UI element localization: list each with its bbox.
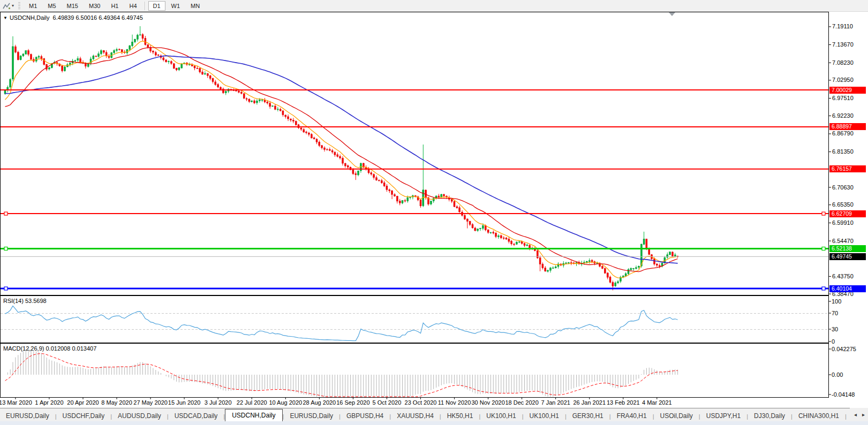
rsi-axis-tick: 30	[832, 326, 838, 332]
price-level-label-7.00029[interactable]: 7.00029	[829, 87, 866, 94]
price-axis-tick: 6.86790	[832, 130, 854, 136]
date-axis-label: 16 Sep 2020	[336, 399, 369, 406]
chart-title: ▼USDCNH,Daily 6.49839 6.50016 6.49364 6.…	[3, 14, 143, 21]
date-axis-label: 18 Dec 2020	[505, 399, 538, 406]
price-axis-tick: 6.54470	[832, 238, 854, 244]
timeframe-button-H1[interactable]: H1	[106, 1, 123, 11]
chart-shift-marker[interactable]	[669, 12, 675, 16]
chart-tab-hk50-h1[interactable]: HK50,H1	[441, 411, 479, 422]
price-axis-tick: 7.08230	[832, 59, 854, 66]
tab-scroll-right-icon[interactable]: ▸	[862, 412, 865, 418]
toolbar-separator	[145, 2, 146, 10]
price-axis-tick: 7.13670	[832, 41, 854, 48]
date-axis-label: 8 May 2020	[101, 399, 132, 406]
date-axis-label: 27 May 2020	[133, 399, 168, 406]
chart-tab-fra40-h1[interactable]: FRA40,H1	[611, 411, 653, 422]
rsi-axis-tick: 100	[832, 298, 841, 305]
date-axis-label: 15 Jun 2020	[168, 399, 201, 406]
price-axis-tick: 7.19110	[832, 23, 853, 29]
chart-tab-dj30-daily[interactable]: DJ30,Daily	[748, 411, 791, 422]
timeframe-button-H4[interactable]: H4	[124, 1, 141, 11]
chart-tab-eurusd-daily[interactable]: EURUSD,Daily	[0, 411, 55, 422]
macd-axis-tick: -0.04148	[832, 391, 855, 398]
chart-tab-uk100-h1[interactable]: UK100,H1	[480, 411, 522, 422]
toolbar-dropdown-arrow-icon[interactable]: ▾	[12, 3, 14, 8]
date-axis-label: 26 Jan 2021	[573, 399, 606, 406]
date-axis-label: 13 Mar 2020	[0, 399, 32, 406]
date-axis-label: 28 Aug 2020	[303, 399, 336, 406]
price-axis-tick: 7.02950	[832, 77, 854, 83]
date-axis-label: 11 Nov 2020	[438, 399, 471, 406]
date-axis-label: 4 Mar 2021	[642, 399, 672, 406]
chart-title-text: USDCNH,Daily 6.49839 6.50016 6.49364 6.4…	[10, 14, 143, 21]
date-axis-label: 5 Oct 2020	[373, 399, 402, 406]
timeframe-button-M15[interactable]: M15	[62, 1, 83, 11]
mt4-terminal: { "icons": { "dropdown_small": "▾", "col…	[0, 0, 868, 425]
chart-tab-uk100-h1[interactable]: UK100,H1	[524, 411, 565, 422]
price-level-label-6.49745[interactable]: 6.49745	[829, 253, 866, 260]
price-chart-canvas[interactable]	[0, 0, 868, 425]
date-axis-label: 10 Aug 2020	[269, 399, 302, 406]
date-axis-label: 1 Apr 2020	[35, 399, 63, 406]
date-axis-label: 7 Jan 2021	[541, 399, 570, 406]
macd-axis-tick: 0.042275	[832, 346, 856, 352]
chart-tab-usdcnh-daily[interactable]: USDCNH,Daily	[225, 409, 282, 422]
price-level-label-6.62709[interactable]: 6.62709	[829, 210, 866, 217]
price-level-label-6.88897[interactable]: 6.88897	[829, 123, 866, 130]
macd-indicator-label: MACD(12,26,9) 0.012008 0.013407	[3, 345, 96, 352]
date-axis-label: 13 Feb 2021	[607, 399, 640, 406]
chart-tab-gbpusd-h4[interactable]: GBPUSD,H4	[341, 411, 389, 422]
timeframe-button-MN[interactable]: MN	[186, 1, 205, 11]
price-level-label-6.40104[interactable]: 6.40104	[829, 285, 866, 292]
price-level-label-6.52138[interactable]: 6.52138	[829, 245, 866, 252]
rsi-axis-tick: 70	[832, 310, 838, 316]
price-axis-tick: 6.70630	[832, 184, 854, 191]
chart-tab-usdcad-daily[interactable]: USDCAD,Daily	[169, 411, 224, 422]
tab-scroll-left-icon[interactable]: ◂	[854, 412, 857, 418]
chart-tab-usdchf-daily[interactable]: USDCHF,Daily	[57, 411, 111, 422]
chart-tab-bar: EURUSD,Daily|USDCHF,Daily|AUDUSD,Daily|U…	[0, 408, 868, 422]
rsi-axis-tick: 0	[832, 338, 835, 345]
timeframe-button-M5[interactable]: M5	[43, 1, 61, 11]
tab-scroll-arrows: ◂ ▸	[850, 408, 868, 421]
timeframe-toolbar: ▾ M1M5M15M30H1H4D1W1MN	[0, 0, 868, 12]
date-axis-label: 30 Nov 2020	[471, 399, 504, 406]
price-axis-tick: 6.81350	[832, 148, 854, 155]
timeframe-buttons: M1M5M15M30H1H4D1W1MN	[24, 1, 205, 11]
price-axis-tick: 6.92230	[832, 112, 854, 119]
chart-tab-audusd-daily[interactable]: AUDUSD,Daily	[112, 411, 167, 422]
status-strip	[0, 421, 868, 425]
timeframe-button-M1[interactable]: M1	[24, 1, 42, 11]
timeframe-button-D1[interactable]: D1	[148, 1, 165, 11]
price-axis-tick: 6.65350	[832, 201, 854, 208]
chart-tab-ger30-h1[interactable]: GER30,H1	[567, 411, 609, 422]
chart-tab-usoil-daily[interactable]: USOil,Daily	[654, 411, 699, 422]
price-level-label-6.76157[interactable]: 6.76157	[829, 165, 866, 172]
rsi-indicator-label: RSI(14) 53.5698	[3, 298, 47, 304]
chart-tab-usdjpy-h1[interactable]: USDJPY,H1	[700, 411, 746, 422]
date-axis-label: 23 Oct 2020	[405, 399, 437, 406]
timeframe-button-M30[interactable]: M30	[84, 1, 105, 11]
line-studies-icon[interactable]	[2, 2, 11, 10]
toolbar-grip[interactable]	[18, 2, 20, 10]
chart-tab-eurusd-daily[interactable]: EURUSD,Daily	[284, 411, 339, 422]
price-axis-tick: 6.97510	[832, 95, 854, 101]
date-axis-label: 20 Apr 2020	[67, 399, 99, 406]
date-axis-label: 22 Jul 2020	[237, 399, 267, 406]
timeframe-button-W1[interactable]: W1	[167, 1, 185, 11]
date-axis-label: 3 Jul 2020	[205, 399, 232, 406]
collapse-arrow-icon[interactable]: ▼	[3, 16, 7, 20]
price-axis-tick: 6.59910	[832, 219, 854, 226]
price-axis-tick: 6.43750	[832, 273, 854, 279]
chart-tab-china300-h1[interactable]: CHINA300,H1	[792, 411, 845, 422]
chart-tab-xauusd-h4[interactable]: XAUUSD,H4	[391, 411, 440, 422]
macd-axis-tick: 0.00	[832, 371, 843, 378]
